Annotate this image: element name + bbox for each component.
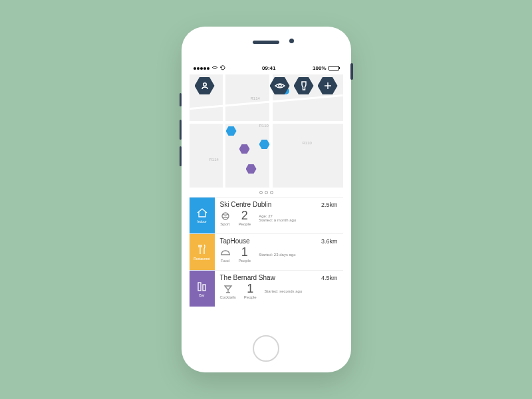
drinks-icon [196, 280, 208, 292]
venue-distance: 2.5km [321, 201, 338, 208]
category-label: Restaurant [194, 257, 209, 261]
screen: 09:41 100% R114 R110 R110 R114 [190, 63, 343, 326]
venue-title: Ski Centre Dublin [220, 201, 272, 208]
venue-distance: 4.5km [321, 275, 338, 281]
svg-point-2 [222, 213, 229, 219]
map-marker[interactable] [239, 144, 250, 154]
people-label: People [239, 222, 251, 226]
house-icon [196, 207, 208, 218]
svg-point-0 [203, 83, 206, 86]
category-indoor: Indoor [190, 198, 215, 233]
subtype-label: Cocktails [220, 295, 236, 299]
venue-distance: 3.6km [321, 238, 338, 245]
power-button[interactable] [350, 63, 353, 80]
people-label: People [244, 295, 257, 299]
home-button[interactable] [253, 335, 279, 362]
subtype-label: Sport [220, 222, 229, 226]
started-label: Started: 23 days ago [259, 253, 295, 257]
road-label: R110 [259, 124, 269, 128]
started-label: Started: seconds ago [265, 289, 303, 293]
status-bar: 09:41 100% [190, 63, 343, 73]
svg-point-1 [279, 84, 281, 87]
filter-button[interactable] [294, 77, 314, 94]
map-marker[interactable] [246, 164, 257, 174]
add-button[interactable] [318, 77, 338, 94]
map-marker[interactable] [259, 140, 270, 149]
mute-switch[interactable] [180, 93, 182, 106]
refresh-icon [220, 65, 225, 72]
cutlery-icon [197, 243, 207, 255]
road-label: R110 [303, 141, 312, 145]
category-label: Indoor [197, 219, 206, 223]
volume-down[interactable] [180, 146, 182, 166]
map-marker[interactable] [226, 126, 237, 136]
category-label: Bar [200, 293, 205, 297]
profile-button[interactable] [195, 77, 215, 94]
visibility-button[interactable] [270, 77, 290, 94]
people-count: 1 [247, 283, 253, 295]
phone-frame: 09:41 100% R114 R110 R110 R114 [182, 27, 351, 372]
food-icon [220, 247, 231, 258]
cocktail-icon [223, 284, 233, 295]
people-count: 2 [241, 209, 248, 221]
category-bar: Bar [190, 271, 215, 307]
sport-icon [220, 211, 231, 221]
subtype-label: Food [221, 259, 230, 263]
svg-rect-3 [198, 283, 201, 291]
people-count: 1 [241, 246, 248, 258]
venue-list: Indoor Ski Centre Dublin 2.5km Sport 2 [190, 197, 343, 307]
list-item[interactable]: Bar The Bernard Shaw 4.5km Cocktails 1 [190, 270, 343, 307]
battery-icon [329, 66, 339, 70]
toolbar [190, 73, 343, 97]
people-label: People [239, 259, 251, 263]
list-item[interactable]: Restaurant TapHouse 3.6km Food 1 [190, 233, 343, 270]
venue-title: The Bernard Shaw [220, 274, 275, 281]
list-item[interactable]: Indoor Ski Centre Dublin 2.5km Sport 2 [190, 197, 343, 233]
signal-dots [194, 67, 209, 70]
wifi-icon [211, 66, 218, 71]
started-label: Started: a month ago [259, 218, 296, 222]
page-indicator[interactable] [190, 188, 343, 197]
volume-up[interactable] [180, 120, 182, 140]
svg-rect-4 [203, 285, 205, 291]
road-label: R114 [209, 158, 219, 162]
category-restaurant: Restaurant [190, 234, 215, 270]
venue-title: TapHouse [220, 237, 250, 245]
status-time: 09:41 [262, 65, 275, 71]
battery-percent: 100% [313, 65, 326, 71]
